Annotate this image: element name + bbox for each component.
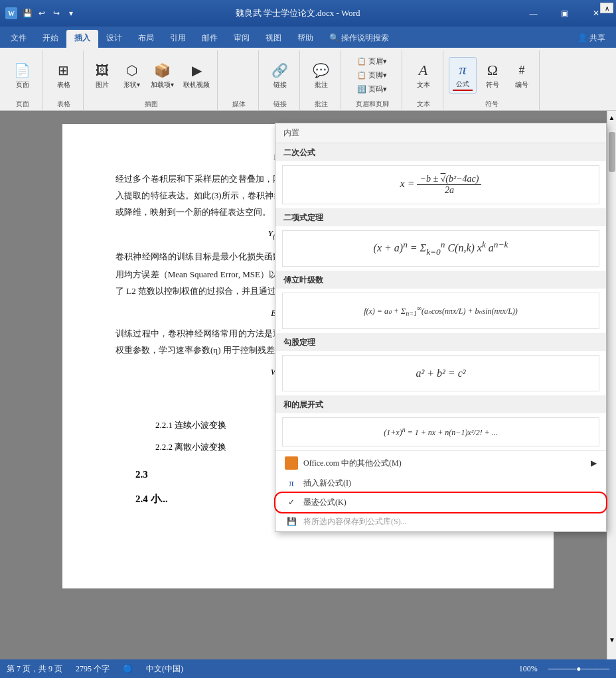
- online-video-icon: ▶: [187, 60, 206, 80]
- group-label-page: 页面: [16, 98, 29, 109]
- footer-btn[interactable]: 📋 页脚▾: [354, 69, 390, 82]
- language: 中文(中国): [146, 663, 183, 675]
- undo-qa-btn[interactable]: ↩: [36, 7, 48, 19]
- menu-item-office[interactable]: Office.com 中的其他公式(M) ▶: [275, 452, 606, 474]
- dropdown-divider-1: [275, 450, 606, 451]
- word-icon: W: [5, 7, 17, 19]
- title-bar-left: W 💾 ↩ ↪ ▾: [5, 7, 77, 19]
- tab-design[interactable]: 设计: [98, 30, 130, 48]
- check-icon: ✓: [285, 498, 298, 508]
- tab-mailings[interactable]: 邮件: [194, 30, 226, 48]
- text-icon: A: [414, 60, 433, 80]
- link-label: 链接: [273, 80, 287, 90]
- formula-fourier[interactable]: f(x) = a₀ + Σn=1∞(aₙcos(nπx/L) + bₙsin(n…: [282, 293, 599, 329]
- zoom-level: 100%: [519, 664, 538, 674]
- formula-dropdown: 内置 二次公式 x = −b ± √(b²−4ac) 2a 二项式定理 (x +…: [275, 123, 607, 532]
- tab-file[interactable]: 文件: [3, 30, 35, 48]
- menu-item-new-formula[interactable]: π 插入新公式(I): [275, 474, 606, 493]
- section-pythagorean: 勾股定理: [275, 333, 606, 351]
- ribbon-tabs: 文件 开始 插入 设计 布局 引用 邮件 审阅 视图 帮助 🔍 操作说明搜索 👤…: [0, 27, 616, 48]
- tab-search[interactable]: 🔍 操作说明搜索: [321, 30, 397, 48]
- status-bar: 第 7 页，共 9 页 2795 个字 🔵 中文(中国) 100% ─────●…: [0, 659, 616, 678]
- header-icon: 📋: [357, 57, 366, 66]
- hash-icon: #: [512, 60, 532, 80]
- tab-view[interactable]: 视图: [258, 30, 289, 48]
- online-video-label: 联机视频: [183, 80, 210, 90]
- arrow-icon: ▶: [591, 458, 597, 468]
- ribbon-group-table-items: ⊞ 表格: [50, 52, 77, 98]
- tab-home[interactable]: 开始: [35, 30, 66, 48]
- ribbon-group-illustration: 🖼 图片 ⬡ 形状▾ 📦 加载项▾ ▶ 联机视频 插图: [85, 50, 218, 110]
- comment-btn[interactable]: 💬 批注: [308, 58, 335, 92]
- page-btn[interactable]: 📄 页面: [9, 58, 36, 92]
- group-label-symbol: 符号: [485, 98, 499, 109]
- scroll-down-btn[interactable]: ▼: [607, 633, 616, 646]
- footer-label: 页脚▾: [368, 70, 387, 80]
- qa-dropdown-btn[interactable]: ▾: [65, 7, 77, 19]
- symbol-icon: Ω: [483, 60, 502, 80]
- formula-quadratic-math: x = −b ± √(b²−4ac) 2a: [400, 174, 482, 196]
- window-title: 魏良武 学士学位论文.docx - Word: [77, 7, 518, 19]
- page-number-icon: 🔢: [357, 85, 366, 94]
- text-btn[interactable]: A 文本: [410, 58, 437, 92]
- search-icon: 🔍: [329, 33, 339, 42]
- link-icon: 🔗: [270, 60, 290, 80]
- shapes-btn[interactable]: ⬡ 形状▾: [118, 58, 145, 92]
- formula-expansion[interactable]: (1+x)n = 1 + nx + n(n−1)x²/2! + ...: [282, 417, 599, 446]
- group-label-media: 媒体: [232, 98, 246, 109]
- redo-qa-btn[interactable]: ↪: [50, 7, 62, 19]
- formula-expansion-math: (1+x)n = 1 + nx + n(n−1)x²/2! + ...: [384, 426, 497, 438]
- header-btn[interactable]: 📋 页眉▾: [354, 55, 390, 68]
- scroll-up-btn[interactable]: ▲: [607, 111, 616, 124]
- ribbon-group-comment: 💬 批注 批注: [301, 50, 341, 110]
- page-info: 第 7 页，共 9 页: [7, 663, 62, 675]
- scroll-thumb[interactable]: [609, 132, 615, 172]
- title-bar: W 💾 ↩ ↪ ▾ 魏良武 学士学位论文.docx - Word — ▣ ✕: [0, 0, 616, 27]
- group-label-illustration: 插图: [145, 98, 158, 109]
- window-controls: — ▣ ✕: [518, 3, 611, 23]
- minimize-btn[interactable]: —: [518, 3, 548, 23]
- formula-quadratic[interactable]: x = −b ± √(b²−4ac) 2a: [282, 165, 599, 204]
- menu-item-save-formula[interactable]: 💾 将所选内容保存到公式库(S)...: [275, 512, 606, 531]
- ribbon-group-illus-items: 🖼 图片 ⬡ 形状▾ 📦 加载项▾ ▶ 联机视频: [89, 52, 213, 98]
- save-qa-btn[interactable]: 💾: [21, 7, 33, 19]
- person-icon: 👤: [578, 33, 587, 42]
- formula-pythagorean-math: a² + b² = c²: [416, 368, 465, 379]
- zoom-slider[interactable]: ─────●─────: [548, 664, 609, 674]
- formula-pythagorean[interactable]: a² + b² = c²: [282, 355, 599, 391]
- shapes-label: 形状▾: [123, 80, 140, 90]
- ribbon-group-header-footer: 📋 页眉▾ 📋 页脚▾ 🔢 页码▾ 页眉和页脚: [343, 50, 402, 110]
- lang-indicator: 🔵: [123, 664, 133, 674]
- group-label-text: 文本: [417, 98, 430, 109]
- addins-btn[interactable]: 📦 加载项▾: [147, 58, 177, 92]
- tab-review[interactable]: 审阅: [226, 30, 258, 48]
- group-label-link: 链接: [273, 98, 287, 109]
- formula-binomial[interactable]: (x + a)n = Σk=0n C(n,k) xk an−k: [282, 230, 599, 267]
- scrollbar-right[interactable]: ▲ ▼: [607, 111, 616, 659]
- tab-insert[interactable]: 插入: [66, 30, 98, 48]
- table-btn[interactable]: ⊞ 表格: [50, 58, 77, 92]
- hash-btn[interactable]: # 编号: [508, 58, 535, 92]
- page-number-btn[interactable]: 🔢 页码▾: [354, 83, 390, 96]
- symbol-btn[interactable]: Ω 符号: [479, 58, 506, 92]
- ribbon-group-text: A 文本 文本: [404, 50, 443, 110]
- menu-item-ink-formula[interactable]: ✓ 墨迹公式(K): [275, 493, 606, 512]
- tab-references[interactable]: 引用: [162, 30, 194, 48]
- online-video-btn[interactable]: ▶ 联机视频: [180, 58, 213, 92]
- page-icon: 📄: [13, 60, 33, 80]
- link-btn[interactable]: 🔗 链接: [267, 58, 293, 92]
- tab-help[interactable]: 帮助: [289, 30, 321, 48]
- ribbon-group-page-items: 📄 页面: [9, 52, 36, 98]
- tab-share[interactable]: 👤 共享: [570, 30, 613, 48]
- ribbon-group-table: ⊞ 表格 表格: [44, 50, 84, 110]
- picture-btn[interactable]: 🖼 图片: [89, 58, 116, 92]
- ribbon-collapse-btn[interactable]: ∧: [600, 3, 613, 13]
- pi-menu-icon: π: [285, 478, 298, 489]
- tab-layout[interactable]: 布局: [130, 30, 162, 48]
- formula-btn[interactable]: π 公式: [449, 57, 477, 94]
- restore-btn[interactable]: ▣: [550, 3, 579, 23]
- comment-label: 批注: [315, 80, 328, 90]
- menu-item-ink-label: 墨迹公式(K): [303, 497, 346, 508]
- formula-btn-label: 公式: [456, 80, 469, 89]
- ribbon-group-link: 🔗 链接 链接: [260, 50, 300, 110]
